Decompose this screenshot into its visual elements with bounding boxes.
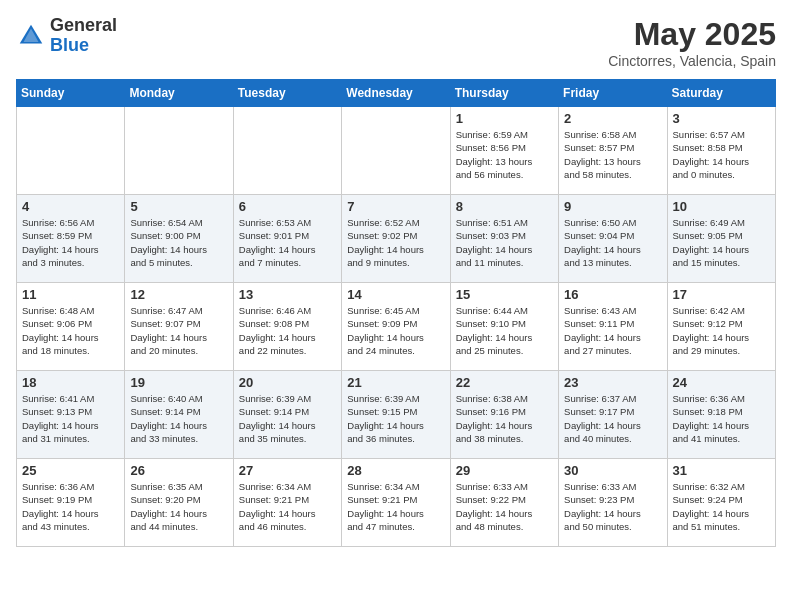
cell-content: Sunrise: 6:48 AMSunset: 9:06 PMDaylight:… [22,304,119,357]
calendar-cell: 28Sunrise: 6:34 AMSunset: 9:21 PMDayligh… [342,459,450,547]
cell-line: Sunset: 9:09 PM [347,317,444,330]
cell-line: Sunset: 9:07 PM [130,317,227,330]
cell-line: and 33 minutes. [130,432,227,445]
calendar-cell: 23Sunrise: 6:37 AMSunset: 9:17 PMDayligh… [559,371,667,459]
cell-line: Sunrise: 6:53 AM [239,216,336,229]
day-number: 19 [130,375,227,390]
cell-content: Sunrise: 6:49 AMSunset: 9:05 PMDaylight:… [673,216,770,269]
calendar-cell [233,107,341,195]
cell-line: Daylight: 14 hours [22,507,119,520]
logo-icon [16,21,46,51]
title-block: May 2025 Cinctorres, Valencia, Spain [608,16,776,69]
week-row-0: 1Sunrise: 6:59 AMSunset: 8:56 PMDaylight… [17,107,776,195]
calendar-cell: 12Sunrise: 6:47 AMSunset: 9:07 PMDayligh… [125,283,233,371]
cell-line: and 36 minutes. [347,432,444,445]
cell-line: Sunset: 8:57 PM [564,141,661,154]
logo-text: General Blue [50,16,117,56]
cell-line: Daylight: 14 hours [456,243,553,256]
cell-line: Daylight: 14 hours [673,419,770,432]
cell-line: and 56 minutes. [456,168,553,181]
cell-content: Sunrise: 6:47 AMSunset: 9:07 PMDaylight:… [130,304,227,357]
cell-line: and 41 minutes. [673,432,770,445]
calendar-cell: 30Sunrise: 6:33 AMSunset: 9:23 PMDayligh… [559,459,667,547]
calendar-cell: 9Sunrise: 6:50 AMSunset: 9:04 PMDaylight… [559,195,667,283]
calendar-cell: 18Sunrise: 6:41 AMSunset: 9:13 PMDayligh… [17,371,125,459]
cell-line: and 9 minutes. [347,256,444,269]
cell-line: Sunset: 9:01 PM [239,229,336,242]
cell-line: Sunrise: 6:34 AM [347,480,444,493]
calendar-cell: 8Sunrise: 6:51 AMSunset: 9:03 PMDaylight… [450,195,558,283]
cell-line: Sunset: 9:21 PM [239,493,336,506]
cell-line: Sunrise: 6:52 AM [347,216,444,229]
day-number: 25 [22,463,119,478]
cell-line: Daylight: 13 hours [456,155,553,168]
day-number: 8 [456,199,553,214]
cell-line: and 43 minutes. [22,520,119,533]
cell-line: Sunrise: 6:36 AM [22,480,119,493]
cell-content: Sunrise: 6:34 AMSunset: 9:21 PMDaylight:… [239,480,336,533]
day-number: 10 [673,199,770,214]
cell-content: Sunrise: 6:46 AMSunset: 9:08 PMDaylight:… [239,304,336,357]
page-header: General Blue May 2025 Cinctorres, Valenc… [16,16,776,69]
week-row-4: 25Sunrise: 6:36 AMSunset: 9:19 PMDayligh… [17,459,776,547]
logo: General Blue [16,16,117,56]
header-cell-thursday: Thursday [450,80,558,107]
day-number: 26 [130,463,227,478]
cell-content: Sunrise: 6:54 AMSunset: 9:00 PMDaylight:… [130,216,227,269]
calendar-cell: 2Sunrise: 6:58 AMSunset: 8:57 PMDaylight… [559,107,667,195]
cell-line: Sunrise: 6:39 AM [347,392,444,405]
cell-line: and 24 minutes. [347,344,444,357]
cell-line: Sunset: 9:08 PM [239,317,336,330]
cell-content: Sunrise: 6:40 AMSunset: 9:14 PMDaylight:… [130,392,227,445]
cell-line: Sunset: 9:23 PM [564,493,661,506]
calendar-cell [17,107,125,195]
cell-line: Sunrise: 6:45 AM [347,304,444,317]
cell-line: and 50 minutes. [564,520,661,533]
calendar-cell [342,107,450,195]
cell-line: Sunrise: 6:57 AM [673,128,770,141]
day-number: 17 [673,287,770,302]
cell-line: Sunset: 9:10 PM [456,317,553,330]
day-number: 15 [456,287,553,302]
calendar-cell: 27Sunrise: 6:34 AMSunset: 9:21 PMDayligh… [233,459,341,547]
cell-line: Sunset: 9:18 PM [673,405,770,418]
logo-general: General [50,16,117,36]
day-number: 7 [347,199,444,214]
cell-content: Sunrise: 6:41 AMSunset: 9:13 PMDaylight:… [22,392,119,445]
cell-line: Sunset: 8:56 PM [456,141,553,154]
cell-line: Daylight: 13 hours [564,155,661,168]
cell-line: Daylight: 14 hours [347,331,444,344]
cell-line: and 22 minutes. [239,344,336,357]
cell-line: Sunset: 9:06 PM [22,317,119,330]
week-row-2: 11Sunrise: 6:48 AMSunset: 9:06 PMDayligh… [17,283,776,371]
cell-line: Daylight: 14 hours [239,331,336,344]
day-number: 22 [456,375,553,390]
day-number: 14 [347,287,444,302]
cell-line: Sunrise: 6:58 AM [564,128,661,141]
calendar-cell: 24Sunrise: 6:36 AMSunset: 9:18 PMDayligh… [667,371,775,459]
cell-line: and 7 minutes. [239,256,336,269]
cell-line: Daylight: 14 hours [130,331,227,344]
calendar-cell: 10Sunrise: 6:49 AMSunset: 9:05 PMDayligh… [667,195,775,283]
cell-line: Daylight: 14 hours [673,243,770,256]
cell-line: and 46 minutes. [239,520,336,533]
calendar-table: SundayMondayTuesdayWednesdayThursdayFrid… [16,79,776,547]
header-cell-sunday: Sunday [17,80,125,107]
cell-line: Sunrise: 6:48 AM [22,304,119,317]
day-number: 6 [239,199,336,214]
cell-line: Sunset: 9:17 PM [564,405,661,418]
calendar-cell: 4Sunrise: 6:56 AMSunset: 8:59 PMDaylight… [17,195,125,283]
calendar-cell: 21Sunrise: 6:39 AMSunset: 9:15 PMDayligh… [342,371,450,459]
cell-line: Sunset: 9:03 PM [456,229,553,242]
cell-line: Sunrise: 6:44 AM [456,304,553,317]
cell-line: Sunset: 9:02 PM [347,229,444,242]
month-title: May 2025 [608,16,776,53]
day-number: 9 [564,199,661,214]
cell-line: Daylight: 14 hours [456,419,553,432]
cell-line: and 38 minutes. [456,432,553,445]
calendar-cell: 1Sunrise: 6:59 AMSunset: 8:56 PMDaylight… [450,107,558,195]
day-number: 20 [239,375,336,390]
header-cell-saturday: Saturday [667,80,775,107]
cell-content: Sunrise: 6:44 AMSunset: 9:10 PMDaylight:… [456,304,553,357]
cell-line: and 48 minutes. [456,520,553,533]
